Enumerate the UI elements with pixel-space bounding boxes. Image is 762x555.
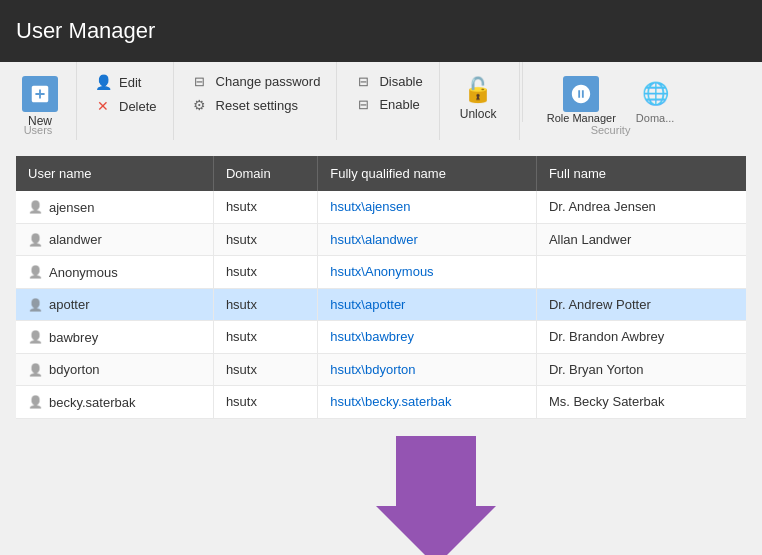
user-icon: becky.saterbak (28, 395, 135, 410)
security-section-label: Security (525, 124, 697, 136)
toolbar-separator (522, 62, 523, 122)
table-row[interactable]: becky.saterbakhsutxhsutx\becky.saterbakM… (16, 386, 746, 419)
user-icon: bdyorton (28, 362, 100, 377)
users-section-label: Users (0, 124, 76, 136)
table-row[interactable]: ajensenhsutxhsutx\ajensenDr. Andrea Jens… (16, 191, 746, 223)
user-icon: apotter (28, 297, 89, 312)
edit-icon: 👤 (93, 74, 113, 90)
disable-enable-group: ⊟ Disable ⊟ Enable (337, 62, 439, 140)
enable-icon: ⊟ (353, 97, 373, 112)
unlock-group: 🔓 Unlock (440, 62, 520, 140)
cell-fqn: hsutx\bawbrey (318, 321, 537, 354)
password-icon: ⊟ (190, 74, 210, 89)
user-icon: Anonymous (28, 265, 118, 280)
delete-button[interactable]: ✕ Delete (89, 96, 161, 116)
cell-fullname: Dr. Andrea Jensen (536, 191, 746, 223)
cell-domain: hsutx (213, 191, 317, 223)
table-row[interactable]: Anonymoushsutxhsutx\Anonymous (16, 256, 746, 289)
arrow-overlay (376, 436, 496, 555)
new-group: New Users (0, 62, 77, 140)
cell-domain: hsutx (213, 223, 317, 256)
cell-username: Anonymous (16, 256, 213, 289)
cell-domain: hsutx (213, 353, 317, 386)
table-area: User name Domain Fully qualified name Fu… (16, 156, 746, 419)
cell-fqn: hsutx\Anonymous (318, 256, 537, 289)
user-icon: ajensen (28, 200, 95, 215)
cell-fullname: Dr. Bryan Yorton (536, 353, 746, 386)
col-fullname: Full name (536, 156, 746, 191)
col-username: User name (16, 156, 213, 191)
users-table: User name Domain Fully qualified name Fu… (16, 156, 746, 419)
domain-icon: 🌐 (637, 76, 673, 112)
table-header: User name Domain Fully qualified name Fu… (16, 156, 746, 191)
disable-button[interactable]: ⊟ Disable (349, 72, 426, 91)
cell-fqn: hsutx\becky.saterbak (318, 386, 537, 419)
cell-username: bawbrey (16, 321, 213, 354)
cell-fullname: Ms. Becky Saterbak (536, 386, 746, 419)
delete-icon: ✕ (93, 98, 113, 114)
enable-button[interactable]: ⊟ Enable (349, 95, 426, 114)
table-body: ajensenhsutxhsutx\ajensenDr. Andrea Jens… (16, 191, 746, 418)
cell-username: bdyorton (16, 353, 213, 386)
settings-icon: ⚙ (190, 97, 210, 113)
cell-fullname (536, 256, 746, 289)
unlock-icon: 🔓 (463, 76, 493, 104)
cell-username: becky.saterbak (16, 386, 213, 419)
edit-button[interactable]: 👤 Edit (89, 72, 161, 92)
reset-settings-button[interactable]: ⚙ Reset settings (186, 95, 325, 115)
app-title: User Manager (16, 18, 155, 44)
password-reset-group: ⊟ Change password ⚙ Reset settings (174, 62, 338, 140)
edit-delete-group: 👤 Edit ✕ Delete (77, 62, 174, 140)
header: User Manager (0, 0, 762, 62)
cell-fullname: Allan Landwer (536, 223, 746, 256)
new-button[interactable]: New (14, 72, 66, 132)
change-password-button[interactable]: ⊟ Change password (186, 72, 325, 91)
cell-fullname: Dr. Andrew Potter (536, 288, 746, 321)
cell-fullname: Dr. Brandon Awbrey (536, 321, 746, 354)
table-row[interactable]: bdyortonhsutxhsutx\bdyortonDr. Bryan Yor… (16, 353, 746, 386)
col-domain: Domain (213, 156, 317, 191)
cell-fqn: hsutx\alandwer (318, 223, 537, 256)
unlock-button[interactable]: 🔓 Unlock (452, 72, 505, 125)
table-row[interactable]: apotterhsutxhsutx\apotterDr. Andrew Pott… (16, 288, 746, 321)
svg-marker-0 (376, 436, 496, 555)
cell-username: apotter (16, 288, 213, 321)
cell-username: alandwer (16, 223, 213, 256)
disable-icon: ⊟ (353, 74, 373, 89)
cell-username: ajensen (16, 191, 213, 223)
cell-domain: hsutx (213, 386, 317, 419)
user-icon: bawbrey (28, 330, 98, 345)
role-manager-icon (563, 76, 599, 112)
cell-domain: hsutx (213, 321, 317, 354)
cell-fqn: hsutx\bdyorton (318, 353, 537, 386)
domain-button[interactable]: 🌐 Doma... (628, 72, 683, 128)
table-row[interactable]: alandwerhsutxhsutx\alandwerAllan Landwer (16, 223, 746, 256)
cell-domain: hsutx (213, 256, 317, 289)
table-row[interactable]: bawbreyhsutxhsutx\bawbreyDr. Brandon Awb… (16, 321, 746, 354)
role-manager-button[interactable]: Role Manager (539, 72, 624, 128)
toolbar: New Users 👤 Edit ✕ Delete ⊟ Change passw… (0, 62, 762, 140)
col-fqn: Fully qualified name (318, 156, 537, 191)
security-group: Role Manager 🌐 Doma... Security (525, 62, 697, 140)
cell-fqn: hsutx\ajensen (318, 191, 537, 223)
user-icon: alandwer (28, 232, 102, 247)
cell-fqn: hsutx\apotter (318, 288, 537, 321)
cell-domain: hsutx (213, 288, 317, 321)
